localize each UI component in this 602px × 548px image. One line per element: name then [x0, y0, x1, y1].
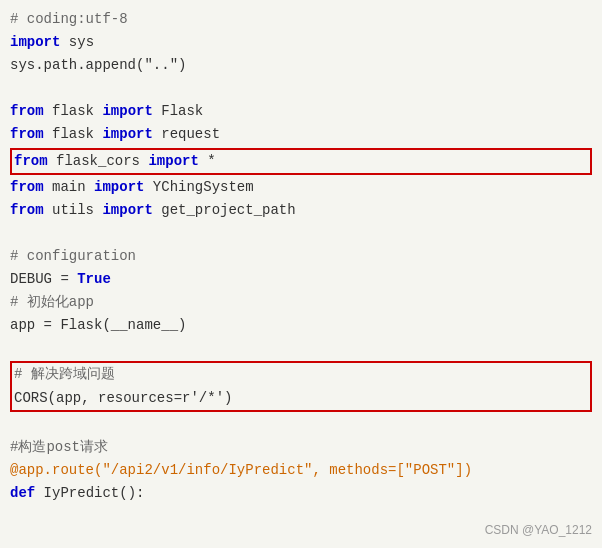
- line-from-flask-request: from flask import request: [10, 123, 592, 146]
- line-import-sys: import sys: [10, 31, 592, 54]
- line-from-main: from main import YChingSystem: [10, 176, 592, 199]
- line-comment-init: # 初始化app: [10, 291, 592, 314]
- empty-line-3: [10, 337, 592, 360]
- empty-line-4: [10, 413, 592, 436]
- line-def-iy: def IyPredict():: [10, 482, 592, 505]
- line-from-flask: from flask import Flask: [10, 100, 592, 123]
- line-sys-path: sys.path.append(".."): [10, 54, 592, 77]
- code-editor: # coding:utf-8 import sys sys.path.appen…: [0, 0, 602, 548]
- line-comment-cors: # 解决跨域问题: [12, 363, 590, 386]
- line-comment-post: #构造post请求: [10, 436, 592, 459]
- line-comment-encoding: # coding:utf-8: [10, 8, 592, 31]
- empty-line-1: [10, 77, 592, 100]
- line-from-utils: from utils import get_project_path: [10, 199, 592, 222]
- line-cors: CORS(app, resources=r'/*'): [12, 387, 590, 410]
- empty-line-2: [10, 222, 592, 245]
- highlight-cors-block: # 解决跨域问题 CORS(app, resources=r'/*'): [10, 361, 592, 411]
- watermark: CSDN @YAO_1212: [485, 521, 592, 540]
- line-decorator: @app.route("/api2/v1/info/IyPredict", me…: [10, 459, 592, 482]
- line-comment-config: # configuration: [10, 245, 592, 268]
- line-debug: DEBUG = True: [10, 268, 592, 291]
- line-app-flask: app = Flask(__name__): [10, 314, 592, 337]
- line-from-flask-cors: from flask_cors import *: [12, 150, 590, 173]
- highlight-flask-cors: from flask_cors import *: [10, 148, 592, 175]
